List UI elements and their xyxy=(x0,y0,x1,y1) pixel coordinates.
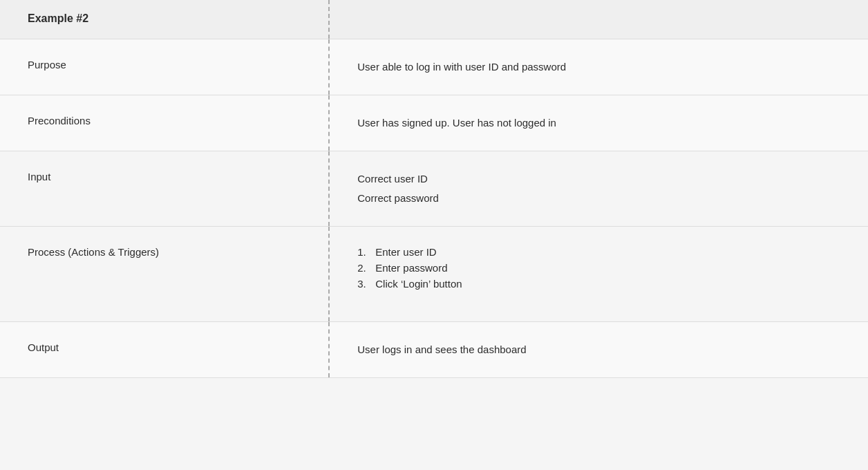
output-label-cell: Output xyxy=(0,322,330,377)
header-left: Example #2 xyxy=(0,0,330,39)
input-line-2: Correct password xyxy=(357,190,840,207)
purpose-row: Purpose User able to log in with user ID… xyxy=(0,39,868,95)
process-value-cell: 1. Enter user ID 2. Enter password 3. Cl… xyxy=(330,227,868,321)
preconditions-row: Preconditions User has signed up. User h… xyxy=(0,95,868,151)
header-row: Example #2 xyxy=(0,0,868,39)
purpose-value-cell: User able to log in with user ID and pas… xyxy=(330,39,868,95)
process-step-2: 2. Enter password xyxy=(357,262,840,274)
output-label: Output xyxy=(28,341,59,353)
preconditions-label: Preconditions xyxy=(28,115,91,126)
header-right xyxy=(330,0,868,39)
process-step-3: 3. Click ‘Login’ button xyxy=(357,278,840,290)
input-line-1: Correct user ID xyxy=(357,171,840,187)
purpose-label: Purpose xyxy=(28,59,66,70)
preconditions-value-cell: User has signed up. User has not logged … xyxy=(330,95,868,151)
process-step-1: 1. Enter user ID xyxy=(357,246,840,258)
example-title: Example #2 xyxy=(28,12,88,24)
process-steps-list: 1. Enter user ID 2. Enter password 3. Cl… xyxy=(357,246,840,290)
input-row: Input Correct user ID Correct password xyxy=(0,151,868,227)
input-lines: Correct user ID Correct password xyxy=(357,171,840,207)
output-value-cell: User logs in and sees the dashboard xyxy=(330,322,868,377)
process-label-cell: Process (Actions & Triggers) xyxy=(0,227,330,321)
output-value: User logs in and sees the dashboard xyxy=(357,344,526,355)
purpose-value: User able to log in with user ID and pas… xyxy=(357,61,566,73)
purpose-label-cell: Purpose xyxy=(0,39,330,95)
process-label: Process (Actions & Triggers) xyxy=(28,246,159,258)
output-row: Output User logs in and sees the dashboa… xyxy=(0,322,868,378)
process-row: Process (Actions & Triggers) 1. Enter us… xyxy=(0,227,868,322)
input-label-cell: Input xyxy=(0,151,330,226)
preconditions-value: User has signed up. User has not logged … xyxy=(357,117,556,129)
use-case-table: Example #2 Purpose User able to log in w… xyxy=(0,0,868,378)
input-value-cell: Correct user ID Correct password xyxy=(330,151,868,226)
input-label: Input xyxy=(28,171,50,182)
preconditions-label-cell: Preconditions xyxy=(0,95,330,151)
